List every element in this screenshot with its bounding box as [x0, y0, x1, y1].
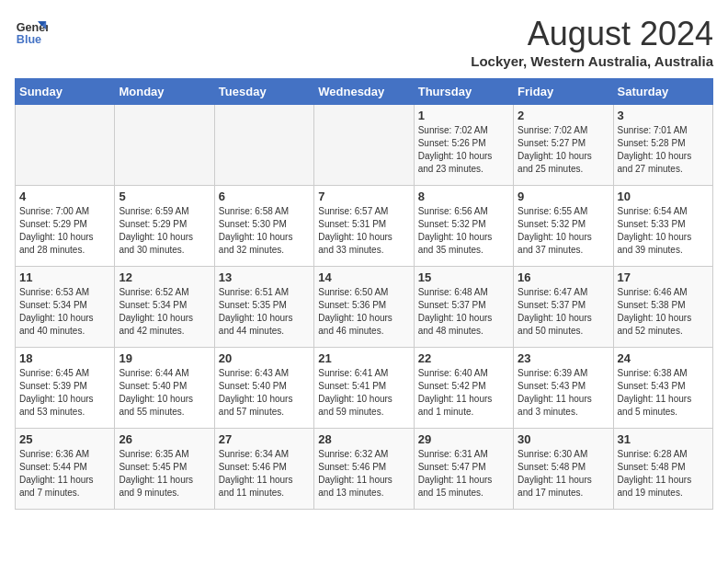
sunset-text: Sunset: 5:47 PM [418, 462, 486, 472]
sunrise-text: Sunrise: 6:35 AM [119, 449, 188, 459]
sunrise-text: Sunrise: 6:36 AM [19, 449, 89, 459]
cell-content: Sunrise: 6:35 AMSunset: 5:45 PMDaylight:… [119, 448, 210, 500]
daylight-text: Daylight: 10 hours and 39 minutes. [618, 232, 692, 255]
day-number: 14 [318, 270, 409, 284]
calendar-cell: 24Sunrise: 6:38 AMSunset: 5:43 PMDayligh… [613, 348, 712, 429]
daylight-text: Daylight: 11 hours and 1 minute. [418, 394, 493, 417]
header-wednesday: Wednesday [314, 79, 414, 105]
day-number: 21 [318, 351, 409, 365]
calendar-cell [16, 105, 115, 186]
week-row-1: 1Sunrise: 7:02 AMSunset: 5:26 PMDaylight… [16, 105, 713, 186]
sunrise-text: Sunrise: 6:48 AM [418, 287, 488, 297]
cell-content: Sunrise: 6:41 AMSunset: 5:41 PMDaylight:… [318, 367, 409, 419]
cell-content: Sunrise: 6:43 AMSunset: 5:40 PMDaylight:… [219, 367, 310, 419]
cell-content: Sunrise: 6:32 AMSunset: 5:46 PMDaylight:… [318, 448, 409, 500]
sunset-text: Sunset: 5:27 PM [518, 138, 586, 148]
calendar-cell: 2Sunrise: 7:02 AMSunset: 5:27 PMDaylight… [514, 105, 613, 186]
day-number: 10 [618, 190, 709, 203]
daylight-text: Daylight: 10 hours and 35 minutes. [418, 232, 493, 255]
daylight-text: Daylight: 10 hours and 46 minutes. [318, 313, 392, 336]
daylight-text: Daylight: 10 hours and 37 minutes. [518, 232, 592, 255]
sunset-text: Sunset: 5:33 PM [618, 219, 686, 229]
daylight-text: Daylight: 11 hours and 3 minutes. [518, 394, 592, 417]
calendar-cell: 10Sunrise: 6:54 AMSunset: 5:33 PMDayligh… [613, 186, 712, 267]
calendar-cell: 19Sunrise: 6:44 AMSunset: 5:40 PMDayligh… [115, 348, 214, 429]
daylight-text: Daylight: 10 hours and 25 minutes. [518, 151, 592, 174]
day-number: 26 [119, 432, 210, 446]
calendar-cell [314, 105, 414, 186]
sunrise-text: Sunrise: 6:32 AM [318, 449, 388, 459]
sunrise-text: Sunrise: 6:30 AM [518, 449, 587, 459]
sunrise-text: Sunrise: 6:31 AM [418, 449, 488, 459]
week-row-2: 4Sunrise: 7:00 AMSunset: 5:29 PMDaylight… [16, 186, 713, 267]
sunset-text: Sunset: 5:38 PM [618, 300, 686, 310]
sunrise-text: Sunrise: 6:46 AM [618, 287, 688, 297]
day-number: 11 [19, 270, 110, 284]
sunrise-text: Sunrise: 6:57 AM [318, 206, 388, 216]
svg-text:Blue: Blue [17, 33, 41, 46]
cell-content: Sunrise: 6:52 AMSunset: 5:34 PMDaylight:… [119, 286, 210, 338]
weekday-header-row: Sunday Monday Tuesday Wednesday Thursday… [16, 79, 713, 105]
day-number: 17 [618, 270, 709, 284]
calendar-table: Sunday Monday Tuesday Wednesday Thursday… [15, 78, 713, 510]
sunset-text: Sunset: 5:37 PM [418, 300, 486, 310]
sunset-text: Sunset: 5:45 PM [119, 462, 187, 472]
cell-content: Sunrise: 6:50 AMSunset: 5:36 PMDaylight:… [318, 286, 409, 338]
day-number: 25 [19, 432, 110, 446]
cell-content: Sunrise: 6:28 AMSunset: 5:48 PMDaylight:… [618, 448, 709, 500]
day-number: 8 [418, 190, 509, 203]
calendar-cell: 5Sunrise: 6:59 AMSunset: 5:29 PMDaylight… [115, 186, 214, 267]
cell-content: Sunrise: 6:57 AMSunset: 5:31 PMDaylight:… [318, 205, 409, 257]
page-header: General Blue August 2024 Lockyer, Wester… [15, 15, 713, 69]
daylight-text: Daylight: 10 hours and 27 minutes. [618, 151, 692, 174]
day-number: 1 [418, 109, 509, 122]
day-number: 6 [219, 190, 310, 203]
day-number: 28 [318, 432, 409, 446]
sunset-text: Sunset: 5:48 PM [518, 462, 586, 472]
cell-content: Sunrise: 7:01 AMSunset: 5:28 PMDaylight:… [618, 124, 709, 176]
location-subtitle: Lockyer, Western Australia, Australia [471, 53, 713, 69]
cell-content: Sunrise: 6:38 AMSunset: 5:43 PMDaylight:… [618, 367, 709, 419]
daylight-text: Daylight: 10 hours and 48 minutes. [418, 313, 493, 336]
sunset-text: Sunset: 5:31 PM [318, 219, 386, 229]
cell-content: Sunrise: 6:51 AMSunset: 5:35 PMDaylight:… [219, 286, 310, 338]
cell-content: Sunrise: 7:02 AMSunset: 5:27 PMDaylight:… [518, 124, 609, 176]
sunset-text: Sunset: 5:28 PM [618, 138, 686, 148]
sunrise-text: Sunrise: 6:59 AM [119, 206, 188, 216]
cell-content: Sunrise: 6:46 AMSunset: 5:38 PMDaylight:… [618, 286, 709, 338]
cell-content: Sunrise: 6:47 AMSunset: 5:37 PMDaylight:… [518, 286, 609, 338]
calendar-cell: 3Sunrise: 7:01 AMSunset: 5:28 PMDaylight… [613, 105, 712, 186]
daylight-text: Daylight: 10 hours and 59 minutes. [318, 394, 392, 417]
day-number: 31 [618, 432, 709, 446]
calendar-cell: 11Sunrise: 6:53 AMSunset: 5:34 PMDayligh… [16, 267, 115, 348]
header-thursday: Thursday [414, 79, 513, 105]
daylight-text: Daylight: 10 hours and 30 minutes. [119, 232, 193, 255]
sunrise-text: Sunrise: 6:47 AM [518, 287, 587, 297]
cell-content: Sunrise: 6:31 AMSunset: 5:47 PMDaylight:… [418, 448, 509, 500]
daylight-text: Daylight: 10 hours and 32 minutes. [219, 232, 293, 255]
calendar-cell: 8Sunrise: 6:56 AMSunset: 5:32 PMDaylight… [414, 186, 513, 267]
sunrise-text: Sunrise: 6:34 AM [219, 449, 289, 459]
day-number: 29 [418, 432, 509, 446]
sunrise-text: Sunrise: 6:54 AM [618, 206, 688, 216]
sunset-text: Sunset: 5:29 PM [119, 219, 187, 229]
sunrise-text: Sunrise: 6:38 AM [618, 368, 688, 378]
daylight-text: Daylight: 11 hours and 17 minutes. [518, 475, 592, 498]
calendar-cell: 9Sunrise: 6:55 AMSunset: 5:32 PMDaylight… [514, 186, 613, 267]
header-friday: Friday [514, 79, 613, 105]
calendar-cell: 12Sunrise: 6:52 AMSunset: 5:34 PMDayligh… [115, 267, 214, 348]
cell-content: Sunrise: 6:59 AMSunset: 5:29 PMDaylight:… [119, 205, 210, 257]
sunrise-text: Sunrise: 6:45 AM [19, 368, 89, 378]
day-number: 24 [618, 351, 709, 365]
cell-content: Sunrise: 6:40 AMSunset: 5:42 PMDaylight:… [418, 367, 509, 419]
calendar-cell: 21Sunrise: 6:41 AMSunset: 5:41 PMDayligh… [314, 348, 414, 429]
daylight-text: Daylight: 11 hours and 19 minutes. [618, 475, 692, 498]
calendar-cell: 7Sunrise: 6:57 AMSunset: 5:31 PMDaylight… [314, 186, 414, 267]
daylight-text: Daylight: 10 hours and 40 minutes. [19, 313, 94, 336]
cell-content: Sunrise: 6:30 AMSunset: 5:48 PMDaylight:… [518, 448, 609, 500]
day-number: 4 [19, 190, 110, 203]
sunrise-text: Sunrise: 6:55 AM [518, 206, 587, 216]
calendar-cell: 30Sunrise: 6:30 AMSunset: 5:48 PMDayligh… [514, 429, 613, 510]
daylight-text: Daylight: 10 hours and 23 minutes. [418, 151, 493, 174]
day-number: 16 [518, 270, 609, 284]
